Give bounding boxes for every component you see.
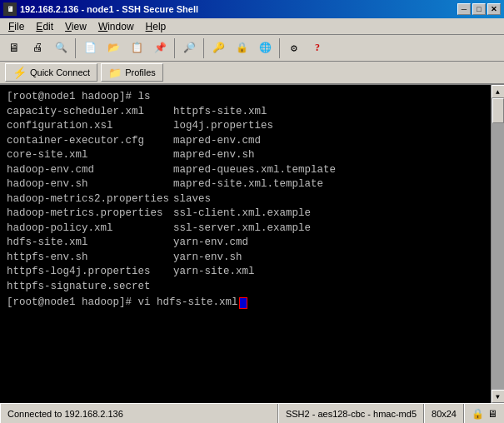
- terminal-line-4: core-site.xmlmapred-env.sh: [7, 148, 484, 163]
- file-col2-3: mapred-env.cmd: [173, 134, 261, 149]
- terminal-wrapper: [root@node1 hadoop]# ls capacity-schedul…: [0, 85, 504, 403]
- open-button[interactable]: 📂: [102, 37, 124, 59]
- status-connection: Connected to 192.168.2.136: [0, 404, 278, 423]
- menu-bar: File Edit View Window Help: [0, 18, 504, 35]
- file-col1-12: httpfs-log4j.properties: [7, 265, 173, 280]
- menu-window[interactable]: Window: [93, 19, 139, 34]
- new-connection-button[interactable]: 🖥: [3, 37, 25, 59]
- paste-icon: 📌: [154, 42, 167, 54]
- quick-connect-button[interactable]: ⚡ Quick Connect: [5, 63, 97, 82]
- active-prompt-text: [root@node1 hadoop]# vi hdfs-site.xml: [7, 296, 238, 311]
- file-col1-5: hadoop-env.cmd: [7, 163, 173, 178]
- terminal-line-11: httpfs-env.shyarn-env.sh: [7, 251, 484, 266]
- find-button[interactable]: 🔎: [178, 37, 200, 59]
- terminal-line-1: capacity-scheduler.xmlhttpfs-site.xml: [7, 105, 484, 120]
- terminal-line-prompt: [root@node1 hadoop]# ls: [7, 90, 484, 105]
- settings-button[interactable]: ⚙: [283, 37, 305, 59]
- file-col2-4: mapred-env.sh: [173, 148, 255, 163]
- new-icon: 📄: [84, 42, 97, 54]
- file-col2-9: ssl-server.xml.example: [173, 221, 311, 236]
- file-col1-4: core-site.xml: [7, 148, 173, 163]
- cursor: [239, 297, 247, 309]
- file-col1-13: httpfs-signature.secret: [7, 280, 173, 295]
- file-col1-11: httpfs-env.sh: [7, 251, 173, 266]
- terminal-line-8: hadoop-metrics.propertiesssl-client.xml.…: [7, 207, 484, 221]
- auth-icon: 🔒: [236, 42, 248, 54]
- new-button[interactable]: 📄: [79, 37, 101, 59]
- maximize-button[interactable]: □: [472, 3, 486, 15]
- scrollbar[interactable]: ▲ ▼: [491, 85, 504, 403]
- file-col2-10: yarn-env.cmd: [173, 236, 248, 251]
- terminal-line-7: hadoop-metrics2.propertiesslaves: [7, 192, 484, 207]
- file-col1-8: hadoop-metrics.properties: [7, 207, 173, 221]
- file-col2-8: ssl-client.xml.example: [173, 207, 311, 221]
- status-icon-1: 🔒: [472, 408, 484, 420]
- toolbar: 🖥 🖨 🔍 📄 📂 📋 📌 🔎 🔑 🔒 🌐 ⚙ ?: [0, 35, 504, 62]
- open-icon: 📂: [107, 42, 120, 54]
- menu-file[interactable]: File: [3, 19, 29, 34]
- tunnel-button[interactable]: 🌐: [254, 37, 276, 59]
- terminal[interactable]: [root@node1 hadoop]# ls capacity-schedul…: [0, 85, 491, 403]
- properties-icon: 🔍: [55, 42, 67, 54]
- properties-button[interactable]: 🔍: [50, 37, 72, 59]
- file-col1-3: container-executor.cfg: [7, 134, 173, 149]
- folder-icon: 📁: [108, 67, 122, 79]
- status-dimensions: 80x24: [424, 404, 464, 423]
- lightning-icon: ⚡: [12, 66, 27, 79]
- file-col2-11: yarn-env.sh: [173, 251, 242, 266]
- help-icon: ?: [315, 42, 320, 54]
- terminal-line-13: httpfs-signature.secret: [7, 280, 484, 295]
- file-col1-10: hdfs-site.xml: [7, 236, 173, 251]
- file-col2-2: log4j.properties: [173, 119, 273, 134]
- file-col1-2: configuration.xsl: [7, 119, 173, 134]
- terminal-line-12: httpfs-log4j.propertiesyarn-site.xml: [7, 265, 484, 280]
- file-col2-6: mapred-site.xml.template: [173, 177, 323, 192]
- file-col2-1: httpfs-site.xml: [173, 105, 267, 120]
- quickconnect-bar: ⚡ Quick Connect 📁 Profiles: [0, 62, 504, 85]
- menu-view[interactable]: View: [60, 19, 92, 34]
- keygen-icon: 🔑: [212, 42, 225, 54]
- close-button[interactable]: ✕: [487, 3, 501, 15]
- toolbar-separator-1: [75, 38, 76, 58]
- copy-icon: 📋: [131, 42, 143, 54]
- status-icons: 🔒 🖥: [464, 404, 504, 423]
- settings-icon: ⚙: [291, 42, 297, 55]
- status-encryption: SSH2 - aes128-cbc - hmac-md5: [278, 404, 424, 423]
- scroll-down-button[interactable]: ▼: [492, 390, 505, 403]
- help-button[interactable]: ?: [307, 37, 328, 59]
- terminal-line-10: hdfs-site.xmlyarn-env.cmd: [7, 236, 484, 251]
- print-button[interactable]: 🖨: [27, 37, 48, 59]
- keygen-button[interactable]: 🔑: [207, 37, 229, 59]
- print-icon: 🖨: [32, 42, 43, 54]
- encryption-text: SSH2 - aes128-cbc - hmac-md5: [286, 409, 417, 419]
- scroll-up-button[interactable]: ▲: [492, 85, 505, 98]
- file-col2-7: slaves: [173, 192, 211, 207]
- paste-button[interactable]: 📌: [149, 37, 171, 59]
- tunnel-icon: 🌐: [259, 42, 272, 54]
- menu-help[interactable]: Help: [141, 19, 172, 34]
- file-col1-7: hadoop-metrics2.properties: [7, 192, 173, 207]
- menu-edit[interactable]: Edit: [31, 19, 58, 34]
- ls-prompt: [root@node1 hadoop]# ls: [7, 90, 151, 105]
- scroll-track[interactable]: [492, 98, 505, 390]
- title-bar-left: 🖥 192.168.2.136 - node1 - SSH Secure She…: [3, 2, 198, 16]
- quick-connect-label: Quick Connect: [30, 67, 90, 77]
- minimize-button[interactable]: ─: [457, 3, 471, 15]
- file-col1-9: hadoop-policy.xml: [7, 221, 173, 236]
- copy-button[interactable]: 📋: [126, 37, 147, 59]
- file-col2-5: mapred-queues.xml.template: [173, 163, 336, 178]
- terminal-active-prompt: [root@node1 hadoop]# vi hdfs-site.xml: [7, 296, 484, 311]
- terminal-line-9: hadoop-policy.xmlssl-server.xml.example: [7, 221, 484, 236]
- file-col1-1: capacity-scheduler.xml: [7, 105, 173, 120]
- toolbar-separator-2: [174, 38, 175, 58]
- scroll-thumb[interactable]: [492, 98, 504, 123]
- window-controls[interactable]: ─ □ ✕: [457, 3, 501, 15]
- new-connection-icon: 🖥: [8, 42, 20, 55]
- status-bar: Connected to 192.168.2.136 SSH2 - aes128…: [0, 403, 504, 423]
- auth-button[interactable]: 🔒: [231, 37, 252, 59]
- app-icon: 🖥: [3, 2, 17, 16]
- profiles-button[interactable]: 📁 Profiles: [101, 63, 163, 82]
- toolbar-separator-3: [203, 38, 204, 58]
- file-col1-6: hadoop-env.sh: [7, 177, 173, 192]
- toolbar-separator-4: [279, 38, 280, 58]
